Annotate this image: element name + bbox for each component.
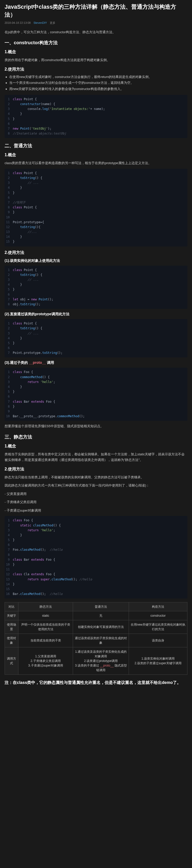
code-line: 14}: [5, 582, 187, 587]
line-number: 7: [5, 548, 13, 552]
table-cell: 在用new关键字通过此类实例化对象时执行的方法: [129, 620, 187, 634]
line-number: 4: [5, 185, 13, 190]
intro-text: 在js的类中，可分为三种方法，constructor构造方法、静态方法与普通方法…: [5, 29, 187, 35]
code-line: 6: [5, 346, 187, 350]
code-content: class Foo {: [13, 518, 187, 523]
table-header-cell: 静态方法: [18, 602, 73, 611]
code-content: }: [13, 287, 187, 292]
line-number: 14: [5, 235, 13, 239]
code-content: }: [13, 235, 187, 239]
code-content: [13, 542, 187, 548]
line-number: 3: [5, 181, 13, 185]
code-line: 13 return super.classMethod(); //hello: [5, 577, 187, 582]
line-number: 8: [5, 553, 13, 557]
code-content: Point.prototype.toString();: [13, 350, 187, 355]
code-line: 9class Bar extends Foo {: [5, 557, 187, 562]
code-content: // ...: [13, 331, 187, 336]
code-content: [13, 567, 187, 572]
table-cell: 该类自身: [129, 634, 187, 647]
code-content: }: [13, 210, 187, 215]
line-number: 7: [5, 200, 13, 205]
code-line: 15: [5, 587, 187, 592]
code-line: 10}: [5, 562, 187, 567]
s3-usage-l2: - 子类继承父类后调用: [5, 499, 187, 505]
code-content: // ...: [13, 181, 187, 185]
table-cell: 当前类或当前类的子类: [18, 634, 73, 647]
s2-usage-1-heading: (1).该类实例化的对象上使用此方法: [5, 258, 187, 263]
line-number: 9: [5, 210, 13, 215]
table-row: 调用方式1.父类直接调用2.子类继承父类后调用3.子类通过super对象调用1.…: [5, 647, 187, 675]
line-number: 4: [5, 384, 13, 390]
code-line: 12 toString(){: [5, 225, 187, 229]
line-number: 3: [5, 106, 13, 112]
line-number: 6: [5, 394, 13, 399]
author-link[interactable]: StevenDIY: [33, 21, 47, 24]
s1-usage-list: 在使用new关键字生成对象时，constructor方法会被执行，最终retur…: [5, 74, 187, 92]
code-content: }: [13, 562, 187, 567]
line-number: 8: [5, 302, 13, 307]
code-line: 4 }: [5, 533, 187, 538]
code-content: return 'hello';: [13, 528, 187, 533]
line-number: 6: [5, 346, 13, 350]
code-content: }: [13, 582, 187, 587]
line-number: 8: [5, 404, 13, 409]
code-line: 6: [5, 121, 187, 126]
code-content: class Point {: [13, 268, 187, 273]
line-number: 1: [5, 321, 13, 326]
meta-line: 2018-04-18 22:13:08 StevenDIY 更多: [5, 21, 187, 25]
line-number: 1: [5, 518, 13, 523]
line-number: 6: [5, 195, 13, 200]
code-line: 11: [5, 567, 187, 572]
code-line: 2 toString() {: [5, 176, 187, 181]
more-link[interactable]: 更多: [50, 21, 55, 24]
s2-concept-heading: 1.概念: [5, 152, 187, 158]
list-item: 在使用new关键字生成对象时，constructor方法会被执行，最终retur…: [9, 74, 187, 80]
code-content: }: [13, 390, 187, 394]
code-content: commonMethod() {: [13, 375, 187, 380]
code-content: //等同于: [13, 200, 187, 205]
code-content: Bar.__proto__.prototype.commonMethod();: [13, 414, 187, 419]
code-content: Bar.classMethod(); //hello: [13, 592, 187, 596]
section-2-heading: 二、普通方法: [5, 143, 187, 149]
code-content: [13, 409, 187, 414]
table-cell: 1.通过该类及该类的子类实例化生成的对象调用2.该类通过prototype调用3…: [73, 647, 129, 675]
code-line: 10: [5, 215, 187, 220]
code-line: 7new Point('testObj');: [5, 126, 187, 131]
code-line: 10Bar.__proto__.prototype.commonMethod()…: [5, 414, 187, 419]
comparison-table: 对比静态方法普通方法构造方法 关键字static无constructor使用场景…: [5, 602, 187, 675]
code-content: [13, 292, 187, 297]
code-content: [13, 195, 187, 200]
code-line: 7//等同于: [5, 200, 187, 205]
line-number: 9: [5, 557, 13, 562]
code-line: 12class Cla extends Foo {: [5, 572, 187, 577]
section-3-heading: 三、静态方法: [5, 434, 187, 440]
code-content: toString() {: [13, 273, 187, 277]
line-number: 16: [5, 592, 13, 596]
line-number: 10: [5, 414, 13, 419]
code-content: class Point {: [13, 171, 187, 176]
s3-usage-p1: 静态方法只能在当前类上调用，不能被该类的实例对象调用。父类的静态方法可以被子类继…: [5, 474, 187, 480]
line-number: 10: [5, 562, 13, 567]
table-cell: static: [18, 611, 73, 620]
code-line: 5}: [5, 341, 187, 346]
code-line: 8//Instantiate objects:testObj: [5, 131, 187, 136]
s1-concept-text: 类的作用在于构建对象，而constructor构造方法就是用于构建对象实例。: [5, 57, 187, 63]
code-content: static classMethod() {: [13, 523, 187, 528]
code-line: 8}: [5, 404, 187, 409]
page-title: JavaScript中class类的三种方法详解（静态方法、普通方法与构造方法）: [5, 3, 187, 19]
line-number: 4: [5, 336, 13, 341]
code-content: }: [13, 185, 187, 190]
code-line: 4 }: [5, 282, 187, 287]
code-content: class Bar extends Foo {: [13, 399, 187, 404]
list-item: 用new关键字实例化对象时传入的参数会做为constructor构造函数的参数传…: [9, 86, 187, 92]
line-number: 2: [5, 375, 13, 380]
line-number: 5: [5, 538, 13, 542]
code-content: [13, 346, 187, 350]
line-number: 5: [5, 341, 13, 346]
s3-usage-p2: 因此静态方法被调用的方式一共有三种(三种调用方式都在下面一段代码中使用到了，请耐…: [5, 483, 187, 489]
line-number: 7: [5, 297, 13, 302]
code-content: class Cla extends Foo {: [13, 572, 187, 577]
code-line: 8: [5, 553, 187, 557]
table-cell: 1.该类实例化对象时调用2.该类的子类通过super关键字调用: [129, 647, 187, 675]
code-block-5: 1class Foo {2 commonMethod() {3 return '…: [5, 368, 187, 421]
